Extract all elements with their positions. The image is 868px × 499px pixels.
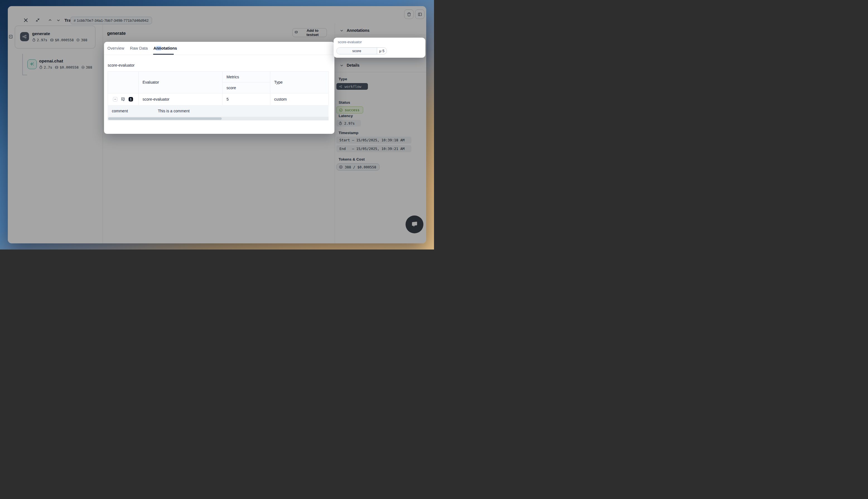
score-control: score μ 5 xyxy=(336,47,387,54)
text-selection: nn xyxy=(156,46,161,50)
annotations-table: Evaluator Metrics score Type 1 score-eva… xyxy=(108,71,328,120)
column-subheader-score: score xyxy=(222,82,270,93)
tab-bar: Overview Raw Data Annotations xyxy=(104,42,335,55)
column-header-metrics: Metrics xyxy=(222,71,270,82)
comment-count-badge: 1 xyxy=(129,97,133,101)
comment-value-cell: This is a comment xyxy=(154,105,328,117)
tab-label: Raw Data xyxy=(130,46,148,50)
column-header-evaluator: Evaluator xyxy=(138,71,222,93)
evaluator-heading: score-evaluator xyxy=(108,63,135,68)
tab-label: Overview xyxy=(107,46,124,50)
table-cell-type: custom xyxy=(270,93,328,105)
score-value-segment[interactable]: μ 5 xyxy=(377,48,387,54)
comment-key-cell: comment xyxy=(108,105,154,117)
tab-raw-data[interactable]: Raw Data xyxy=(130,42,148,54)
active-tab-underline xyxy=(153,54,174,54)
annotation-score-popup: score-evaluator score μ 5 xyxy=(334,38,425,58)
column-header-type: Type xyxy=(270,71,328,93)
table-cell-score: 5 xyxy=(222,93,270,105)
table-row-controls: 1 xyxy=(108,93,138,105)
score-metric-segment[interactable]: score xyxy=(337,48,377,54)
tab-annotations[interactable]: Annotations xyxy=(153,42,177,54)
popup-evaluator-label: score-evaluator xyxy=(338,40,362,44)
scrollbar-thumb[interactable] xyxy=(108,117,222,120)
table-cell-evaluator: score-evaluator xyxy=(138,93,222,105)
tab-label: Annotations xyxy=(153,46,177,50)
horizontal-scrollbar[interactable] xyxy=(108,117,328,120)
trace-panel: Trace # 1cbb70e7-34a1-7bb7-3498-771b7d46… xyxy=(8,6,426,243)
comment-icon[interactable] xyxy=(121,97,125,101)
annotations-modal: Overview Raw Data Annotations score-eval… xyxy=(104,42,335,134)
collapse-row-icon[interactable] xyxy=(113,97,118,101)
tab-overview[interactable]: Overview xyxy=(107,42,124,54)
app-background: Trace # 1cbb70e7-34a1-7bb7-3498-771b7d46… xyxy=(0,0,434,250)
